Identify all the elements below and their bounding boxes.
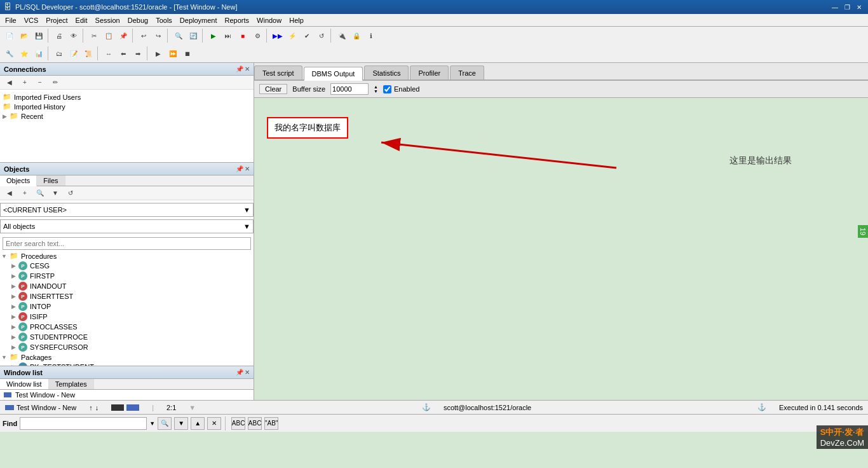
tb-step[interactable]: ⏭ [221,29,235,43]
obj-pkteststudent[interactable]: ▶ K PK_TESTSTUDENT [10,362,254,366]
menu-tools[interactable]: Tools [152,15,176,25]
tb2-4[interactable]: 🗂 [52,46,66,60]
tb2-12[interactable]: ⏹ [180,46,194,60]
tab-files[interactable]: Files [37,176,65,186]
obj-find[interactable]: 🔍 [33,186,47,200]
obj-refresh[interactable]: ↺ [64,186,78,200]
find-option3[interactable]: "AB" [264,417,278,430]
spin-down[interactable]: ▼ [374,89,378,93]
tb-undo[interactable]: ↩ [137,29,151,43]
tb-stop[interactable]: ■ [236,29,250,43]
tab-trace[interactable]: Trace [450,65,484,79]
tb2-3[interactable]: 📊 [32,46,46,60]
tb-paste[interactable]: 📌 [116,29,130,43]
tb2-6[interactable]: 📜 [81,46,95,60]
conn-add[interactable]: + [18,76,32,90]
close-button[interactable]: ✕ [854,4,864,11]
obj-inandout[interactable]: ▶ P INANDOUT [10,281,254,291]
tb-find[interactable]: 🔍 [172,29,186,43]
menu-vcs[interactable]: VCS [20,15,43,25]
find-binoculars-btn[interactable]: 🔍 [158,417,172,430]
menu-file[interactable]: File [1,15,20,25]
packages-folder[interactable]: ▼ 📁 Packages [0,352,254,362]
tb2-8[interactable]: ⬅ [116,46,130,60]
tb-cut[interactable]: ✂ [87,29,101,43]
tb2-1[interactable]: 🔧 [3,46,17,60]
menu-reports[interactable]: Reports [221,15,254,25]
obj-intop[interactable]: ▶ P INTOP [10,301,254,312]
menu-deployment[interactable]: Deployment [176,15,221,25]
tab-window-list[interactable]: Window list [0,379,49,389]
buffer-size-input[interactable] [330,83,369,95]
connections-close-icon[interactable]: ✕ [245,65,250,72]
objects-search-input[interactable] [3,237,251,250]
tab-profiler[interactable]: Profiler [410,65,449,79]
tb2-9[interactable]: ➡ [131,46,145,60]
min-button[interactable]: — [829,4,841,11]
tb-info[interactable]: ℹ [364,29,378,43]
tb-redo[interactable]: ↪ [151,29,165,43]
tb-replace[interactable]: 🔄 [186,29,200,43]
max-button[interactable]: ❐ [842,4,853,11]
menu-project[interactable]: Project [42,15,71,25]
tb2-11[interactable]: ⏩ [166,46,180,60]
conn-item-0[interactable]: 📁 Imported Fixed Users [3,92,251,102]
tab-test-script[interactable]: Test script [254,65,302,79]
enabled-checkbox[interactable]: Enabled [383,85,419,93]
spin-up[interactable]: ▲ [374,85,378,89]
buffer-spinner[interactable]: ▲ ▼ [374,85,378,93]
enabled-check-input[interactable] [383,85,391,93]
wl-pin-icon[interactable]: 📌 [236,369,243,376]
find-option1[interactable]: ABC [231,417,245,430]
wl-item-0[interactable]: Test Window - New [0,390,254,400]
wl-close-icon[interactable]: ✕ [245,369,250,376]
obj-proclasses[interactable]: ▶ P PROCLASSES [10,322,254,332]
obj-inserttest[interactable]: ▶ P INSERTTEST [10,291,254,301]
menu-debug[interactable]: Debug [124,15,152,25]
tb2-2[interactable]: ⭐ [17,46,31,60]
tab-statistics[interactable]: Statistics [364,65,409,79]
menu-edit[interactable]: Edit [72,15,92,25]
tab-templates[interactable]: Templates [49,379,94,389]
find-clear-btn[interactable]: ✕ [207,417,221,430]
tb-print[interactable]: 🖨 [52,29,66,43]
conn-item-1[interactable]: 📁 Imported History [3,102,251,111]
tb-disconnect[interactable]: 🔒 [349,29,363,43]
find-option2[interactable]: ABC [248,417,262,430]
tb-connect[interactable]: 🔌 [335,29,349,43]
menu-help[interactable]: Help [285,15,308,25]
clear-button[interactable]: Clear [259,84,287,94]
obj-studentproce[interactable]: ▶ P STUDENTPROCE [10,332,254,342]
tb2-10[interactable]: ▶ [151,46,165,60]
obj-isifp[interactable]: ▶ P ISIFP [10,312,254,322]
tb-rollback[interactable]: ↺ [315,29,329,43]
objects-close-icon[interactable]: ✕ [245,165,250,172]
menu-window[interactable]: Window [253,15,285,25]
tb-run[interactable]: ▶ [207,29,220,43]
current-user-dropdown[interactable]: <CURRENT USER> ▼ [0,203,254,217]
connections-pin-icon[interactable]: 📌 [236,65,243,72]
obj-cesg[interactable]: ▶ P CESG [10,261,254,271]
tb-preview[interactable]: 👁 [67,29,81,43]
tb-compile[interactable]: ⚙ [250,29,264,43]
conn-item-2[interactable]: ▶ 📁 Recent [3,111,251,121]
tab-dbms-output[interactable]: DBMS Output [304,67,363,81]
conn-remove[interactable]: − [33,76,47,90]
tb-save[interactable]: 💾 [32,29,46,43]
find-dropdown-arrow[interactable]: ▼ [149,420,155,427]
find-up-btn[interactable]: ▲ [191,417,205,430]
tb-commit[interactable]: ✔ [300,29,314,43]
tb-new[interactable]: 📄 [3,29,17,43]
find-down-btn[interactable]: ▼ [174,417,188,430]
obj-add[interactable]: + [18,186,32,200]
objects-pin-icon[interactable]: 📌 [236,165,243,172]
obj-filter[interactable]: ▼ [48,186,62,200]
tab-objects[interactable]: Objects [0,176,37,186]
obj-back[interactable]: ◀ [3,186,17,200]
obj-sysrefcursor[interactable]: ▶ P SYSREFCURSOR [10,342,254,352]
conn-edit[interactable]: ✏ [48,76,62,90]
menu-session[interactable]: Session [92,15,124,25]
obj-firstp[interactable]: ▶ P FIRSTP [10,271,254,281]
tb-open[interactable]: 📂 [17,29,31,43]
tb2-5[interactable]: 📝 [67,46,81,60]
